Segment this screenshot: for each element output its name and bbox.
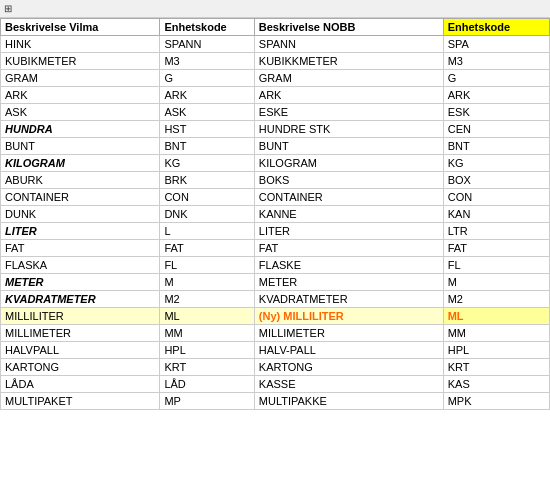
cell-kode-nobb: CEN (443, 121, 549, 138)
cell-beskrivelse-nobb: FLASKE (254, 257, 443, 274)
cell-beskrivelse-nobb: MULTIPAKKE (254, 393, 443, 410)
data-table: Beskrivelse Vilma Enhetskode Beskrivelse… (0, 18, 550, 410)
table-row: ARKARKARKARK (1, 87, 550, 104)
cell-kode-nobb: M2 (443, 291, 549, 308)
cell-kode-nobb: BOX (443, 172, 549, 189)
cell-kode-nobb: ML (443, 308, 549, 325)
cell-kode-vilma: SPANN (160, 36, 254, 53)
cell-kode-vilma: DNK (160, 206, 254, 223)
cell-kode-vilma: BNT (160, 138, 254, 155)
cell-beskrivelse-nobb: (Ny) MILLILITER (254, 308, 443, 325)
cell-kode-vilma: L (160, 223, 254, 240)
cell-beskrivelse-vilma: KILOGRAM (1, 155, 160, 172)
cell-beskrivelse-vilma: MILLIMETER (1, 325, 160, 342)
cell-kode-vilma: ASK (160, 104, 254, 121)
header-row: Beskrivelse Vilma Enhetskode Beskrivelse… (1, 19, 550, 36)
cell-beskrivelse-nobb: KUBIKKMETER (254, 53, 443, 70)
cell-kode-vilma: M2 (160, 291, 254, 308)
cell-kode-vilma: KRT (160, 359, 254, 376)
cell-beskrivelse-nobb: BOKS (254, 172, 443, 189)
cell-kode-nobb: M3 (443, 53, 549, 70)
cell-kode-nobb: SPA (443, 36, 549, 53)
cell-kode-nobb: LTR (443, 223, 549, 240)
table-row: ABURKBRKBOKSBOX (1, 172, 550, 189)
cell-beskrivelse-nobb: HUNDRE STK (254, 121, 443, 138)
cell-kode-nobb: CON (443, 189, 549, 206)
cell-beskrivelse-nobb: HALV-PALL (254, 342, 443, 359)
table-row: MILLILITERML(Ny) MILLILITERML (1, 308, 550, 325)
cell-kode-nobb: HPL (443, 342, 549, 359)
table-row: KILOGRAMKGKILOGRAMKG (1, 155, 550, 172)
cell-kode-nobb: ESK (443, 104, 549, 121)
cell-kode-vilma: G (160, 70, 254, 87)
cell-beskrivelse-vilma: METER (1, 274, 160, 291)
cell-kode-nobb: MPK (443, 393, 549, 410)
table-row: MILLIMETERMMMILLIMETERMM (1, 325, 550, 342)
cell-beskrivelse-nobb: SPANN (254, 36, 443, 53)
table-row: HALVPALLHPLHALV-PALLHPL (1, 342, 550, 359)
table-wrapper[interactable]: Beskrivelse Vilma Enhetskode Beskrivelse… (0, 18, 550, 500)
cell-beskrivelse-vilma: FAT (1, 240, 160, 257)
table-row: ASKASKESKEESK (1, 104, 550, 121)
cell-beskrivelse-vilma: ARK (1, 87, 160, 104)
table-row: DUNKDNKKANNEKAN (1, 206, 550, 223)
header-beskrivelse-vilma: Beskrivelse Vilma (1, 19, 160, 36)
table-row: GRAMGGRAMG (1, 70, 550, 87)
cell-beskrivelse-vilma: MILLILITER (1, 308, 160, 325)
cell-kode-vilma: KG (160, 155, 254, 172)
cell-beskrivelse-vilma: ABURK (1, 172, 160, 189)
cell-kode-vilma: CON (160, 189, 254, 206)
cell-beskrivelse-vilma: MULTIPAKET (1, 393, 160, 410)
cell-beskrivelse-vilma: HUNDRA (1, 121, 160, 138)
cell-beskrivelse-nobb: FAT (254, 240, 443, 257)
cell-beskrivelse-vilma: HINK (1, 36, 160, 53)
cell-kode-nobb: FL (443, 257, 549, 274)
cell-beskrivelse-nobb: KASSE (254, 376, 443, 393)
cell-beskrivelse-nobb: GRAM (254, 70, 443, 87)
cell-kode-vilma: FAT (160, 240, 254, 257)
table-row: FATFATFATFAT (1, 240, 550, 257)
cell-beskrivelse-vilma: BUNT (1, 138, 160, 155)
cell-kode-vilma: HPL (160, 342, 254, 359)
cell-beskrivelse-nobb: METER (254, 274, 443, 291)
table-row: METERMMETERM (1, 274, 550, 291)
cell-kode-vilma: LÅD (160, 376, 254, 393)
cell-beskrivelse-vilma: KUBIKMETER (1, 53, 160, 70)
cell-kode-vilma: HST (160, 121, 254, 138)
table-row: CONTAINERCONCONTAINERCON (1, 189, 550, 206)
table-row: HINKSPANNSPANNSPA (1, 36, 550, 53)
header-enhetskode-nobb: Enhetskode (443, 19, 549, 36)
cell-kode-nobb: KG (443, 155, 549, 172)
cell-beskrivelse-vilma: GRAM (1, 70, 160, 87)
top-bar: ⊞ (0, 0, 550, 18)
cell-kode-vilma: FL (160, 257, 254, 274)
cell-beskrivelse-nobb: MILLIMETER (254, 325, 443, 342)
header-beskrivelse-nobb: Beskrivelse NOBB (254, 19, 443, 36)
cell-beskrivelse-vilma: ASK (1, 104, 160, 121)
cell-beskrivelse-nobb: BUNT (254, 138, 443, 155)
cell-kode-nobb: KAS (443, 376, 549, 393)
table-row: FLASKAFLFLASKEFL (1, 257, 550, 274)
table-row: MULTIPAKETMPMULTIPAKKEMPK (1, 393, 550, 410)
cell-beskrivelse-nobb: CONTAINER (254, 189, 443, 206)
cell-kode-vilma: M3 (160, 53, 254, 70)
cell-kode-vilma: MM (160, 325, 254, 342)
cell-beskrivelse-nobb: ESKE (254, 104, 443, 121)
header-enhetskode-vilma: Enhetskode (160, 19, 254, 36)
table-body: HINKSPANNSPANNSPAKUBIKMETERM3KUBIKKMETER… (1, 36, 550, 410)
cell-beskrivelse-nobb: KVADRATMETER (254, 291, 443, 308)
cell-beskrivelse-vilma: LÅDA (1, 376, 160, 393)
cell-kode-vilma: M (160, 274, 254, 291)
cell-beskrivelse-vilma: FLASKA (1, 257, 160, 274)
grid-icon: ⊞ (4, 3, 12, 14)
table-row: KUBIKMETERM3KUBIKKMETERM3 (1, 53, 550, 70)
cell-beskrivelse-vilma: KVADRATMETER (1, 291, 160, 308)
cell-kode-nobb: MM (443, 325, 549, 342)
cell-kode-nobb: M (443, 274, 549, 291)
cell-kode-vilma: BRK (160, 172, 254, 189)
cell-beskrivelse-vilma: KARTONG (1, 359, 160, 376)
cell-kode-vilma: ARK (160, 87, 254, 104)
table-row: BUNTBNTBUNTBNT (1, 138, 550, 155)
cell-kode-nobb: FAT (443, 240, 549, 257)
cell-beskrivelse-vilma: LITER (1, 223, 160, 240)
